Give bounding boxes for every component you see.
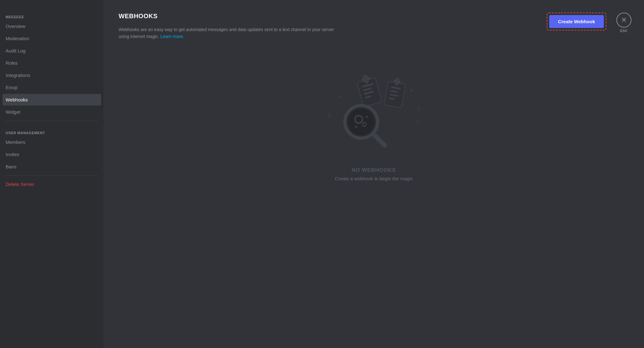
svg-point-30: [355, 126, 357, 128]
close-button[interactable]: ✕: [616, 13, 631, 28]
close-icon: ✕: [621, 16, 627, 24]
sidebar-item-label: Emoji: [6, 85, 18, 90]
close-button-area[interactable]: ✕ ESC: [616, 13, 631, 33]
sidebar-item-audit-log[interactable]: Audit Log: [3, 45, 101, 57]
svg-rect-8: [328, 112, 330, 118]
create-webhook-button[interactable]: Create Webhook: [549, 15, 604, 28]
sidebar-item-roles[interactable]: Roles: [3, 57, 101, 69]
empty-illustration: [320, 72, 427, 160]
sidebar-item-webhooks[interactable]: Webhooks: [3, 94, 101, 106]
sidebar-item-label: Audit Log: [6, 48, 25, 53]
description-text: Webhooks are an easy way to get automate…: [119, 27, 334, 39]
sidebar-item-label: Widget: [6, 109, 20, 115]
svg-point-5: [400, 140, 401, 142]
empty-state-subtitle: Create a webhook to begin the magic: [335, 176, 413, 181]
svg-point-2: [416, 121, 419, 123]
sidebar-item-label: Moderation: [6, 36, 29, 41]
sidebar-item-moderation[interactable]: Moderation: [3, 33, 101, 44]
sidebar-section-user-management: USER MANAGEMENT: [3, 126, 101, 136]
sidebar-item-label: Webhooks: [6, 97, 28, 102]
sidebar-divider: [6, 121, 98, 121]
svg-point-31: [366, 116, 368, 118]
sidebar-divider-2: [6, 175, 98, 176]
sidebar-item-label: Integrations: [6, 73, 30, 78]
svg-rect-7: [418, 106, 420, 112]
create-webhook-highlight: Create Webhook: [547, 13, 606, 30]
sidebar-item-label: Delete Server: [6, 182, 35, 187]
sidebar: MEEEEEE Overview Moderation Audit Log Ro…: [0, 0, 104, 348]
sidebar-item-label: Bans: [6, 164, 16, 169]
create-webhook-area: Create Webhook: [547, 13, 606, 30]
sidebar-item-members[interactable]: Members: [3, 136, 101, 148]
sidebar-item-integrations[interactable]: Integrations: [3, 69, 101, 81]
sidebar-item-bans[interactable]: Bans: [3, 161, 101, 172]
sidebar-item-label: Overview: [6, 24, 25, 29]
sidebar-item-emoji[interactable]: Emoji: [3, 82, 101, 93]
close-label: ESC: [620, 29, 628, 33]
sidebar-section-me: MEEEEEE: [3, 10, 101, 20]
sidebar-item-delete-server[interactable]: Delete Server: [3, 178, 101, 190]
sidebar-item-overview[interactable]: Overview: [3, 20, 101, 32]
sidebar-item-widget[interactable]: Widget: [3, 106, 101, 118]
sidebar-item-label: Members: [6, 139, 25, 145]
svg-point-3: [335, 130, 337, 132]
empty-state: NO WEBHOOKS Create a webhook to begin th…: [119, 59, 629, 194]
empty-state-title: NO WEBHOOKS: [352, 167, 396, 173]
svg-point-0: [338, 95, 341, 98]
sidebar-item-label: Invites: [6, 152, 19, 157]
sidebar-item-label: Roles: [6, 60, 18, 66]
sidebar-item-invites[interactable]: Invites: [3, 149, 101, 160]
svg-point-1: [410, 89, 413, 92]
description: Webhooks are an easy way to get automate…: [119, 26, 338, 40]
learn-more-link[interactable]: Learn more.: [160, 34, 184, 39]
main-content: WEBHOOKS Webhooks are an easy way to get…: [104, 0, 644, 348]
